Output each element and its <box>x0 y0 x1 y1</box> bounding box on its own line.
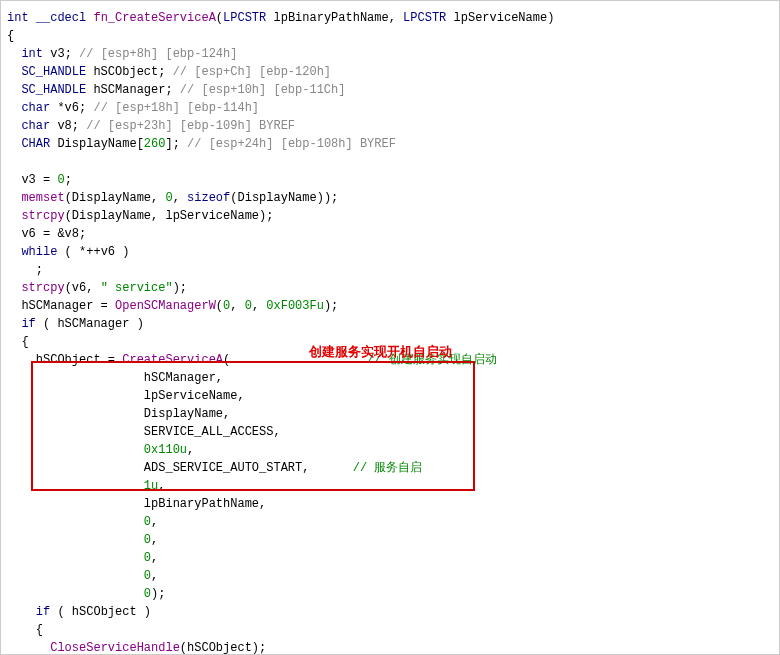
arg1: lpBinaryPathName <box>273 11 388 25</box>
comma: , <box>151 551 158 565</box>
args: , <box>230 299 244 313</box>
kw-sizeof: sizeof <box>187 191 230 205</box>
kw-int: int <box>21 47 43 61</box>
comment: // [esp+18h] [ebp-114h] <box>93 101 259 115</box>
arg2: lpServiceName <box>454 11 548 25</box>
fn-strcpy: strcpy <box>21 209 64 223</box>
comment: // [esp+10h] [ebp-11Ch] <box>180 83 346 97</box>
code-block: int __cdecl fn_CreateServiceA(LPCSTR lpB… <box>7 9 779 655</box>
semi: ; <box>65 47 72 61</box>
args: ( <box>216 299 223 313</box>
expr: hSCManager = <box>21 299 115 313</box>
fn-memset: memset <box>21 191 64 205</box>
brace: { <box>7 29 14 43</box>
cond: ( hSCManager ) <box>36 317 144 331</box>
var-hscobject: hSCObject <box>93 65 158 79</box>
annotation-label: 创建服务实现开机自启动 <box>309 343 452 361</box>
semi: ; <box>79 101 86 115</box>
semi: ; <box>72 119 79 133</box>
type-lpcstr: LPCSTR <box>403 11 446 25</box>
semi: ; <box>158 65 165 79</box>
p-close: ) <box>547 11 554 25</box>
type-schandle: SC_HANDLE <box>21 83 86 97</box>
args: ); <box>324 299 338 313</box>
var-displayname: DisplayName <box>57 137 136 151</box>
num-260: 260 <box>144 137 166 151</box>
args: , <box>173 191 187 205</box>
type-schandle: SC_HANDLE <box>21 65 86 79</box>
type-lpcstr: LPCSTR <box>223 11 266 25</box>
args: (hSCObject); <box>180 641 266 655</box>
var-hscmanager: hSCManager <box>93 83 165 97</box>
brace: { <box>21 335 28 349</box>
csa-arg: lpBinaryPathName, <box>144 497 266 511</box>
csa-arg: ADS_SERVICE_AUTO_START, <box>144 461 310 475</box>
var-v3: v3 <box>50 47 64 61</box>
expr: v6 = &v8; <box>21 227 86 241</box>
str: " service" <box>101 281 173 295</box>
comment: // [esp+24h] [ebp-108h] BYREF <box>187 137 396 151</box>
num: 0 <box>144 587 151 601</box>
p-open: ( <box>216 11 223 25</box>
num: 0x110u <box>144 443 187 457</box>
type-char: CHAR <box>21 137 50 151</box>
args: (DisplayName, lpServiceName); <box>65 209 274 223</box>
kw-if: if <box>21 317 35 331</box>
kw-int: int <box>7 11 29 25</box>
comma: , <box>151 569 158 583</box>
fn-name: fn_CreateServiceA <box>93 11 215 25</box>
num: 0 <box>57 173 64 187</box>
expr: v3 = <box>21 173 57 187</box>
csa-arg: lpServiceName, <box>144 389 245 403</box>
num: 0 <box>144 533 151 547</box>
comment: // [esp+8h] [ebp-124h] <box>79 47 237 61</box>
fn-openscmanager: OpenSCManagerW <box>115 299 216 313</box>
brace: { <box>36 623 43 637</box>
var-v8: v8 <box>57 119 71 133</box>
num: 0 <box>144 515 151 529</box>
args: (DisplayName)); <box>230 191 338 205</box>
num: 0 <box>245 299 252 313</box>
semi: ; <box>36 263 43 277</box>
semi: ; <box>173 137 180 151</box>
args: ); <box>173 281 187 295</box>
comment: // [esp+23h] [ebp-109h] BYREF <box>86 119 295 133</box>
comma: , <box>151 515 158 529</box>
var-v6: *v6 <box>57 101 79 115</box>
comment: // [esp+Ch] [ebp-120h] <box>173 65 331 79</box>
close: ); <box>151 587 165 601</box>
cond: ( hSCObject ) <box>50 605 151 619</box>
csa-arg: hSCManager, <box>144 371 223 385</box>
semi: ; <box>65 173 72 187</box>
comma: , <box>158 479 165 493</box>
num: 0 <box>144 551 151 565</box>
comment-cn: // 服务自启 <box>353 461 423 475</box>
num: 0 <box>165 191 172 205</box>
code-viewer: int __cdecl fn_CreateServiceA(LPCSTR lpB… <box>0 0 780 655</box>
num: 0 <box>144 569 151 583</box>
comma: , <box>389 11 403 25</box>
semi: ; <box>165 83 172 97</box>
args: , <box>252 299 266 313</box>
args: (DisplayName, <box>65 191 166 205</box>
num: 1u <box>144 479 158 493</box>
kw-char: char <box>21 119 50 133</box>
comma: , <box>151 533 158 547</box>
sq-open: [ <box>137 137 144 151</box>
csa-arg: DisplayName, <box>144 407 230 421</box>
num: 0xF003Fu <box>266 299 324 313</box>
fn-closeservicehandle: CloseServiceHandle <box>50 641 180 655</box>
fn-createservicea: CreateServiceA <box>122 353 223 367</box>
kw-if: if <box>36 605 50 619</box>
fn-strcpy: strcpy <box>21 281 64 295</box>
expr: hSCObject = <box>36 353 122 367</box>
args: (v6, <box>65 281 101 295</box>
kw-cdecl: __cdecl <box>36 11 86 25</box>
cond: ( *++v6 ) <box>57 245 129 259</box>
args: ( <box>223 353 230 367</box>
csa-arg: SERVICE_ALL_ACCESS, <box>144 425 281 439</box>
comma: , <box>187 443 194 457</box>
kw-char: char <box>21 101 50 115</box>
kw-while: while <box>21 245 57 259</box>
sq-close: ] <box>165 137 172 151</box>
